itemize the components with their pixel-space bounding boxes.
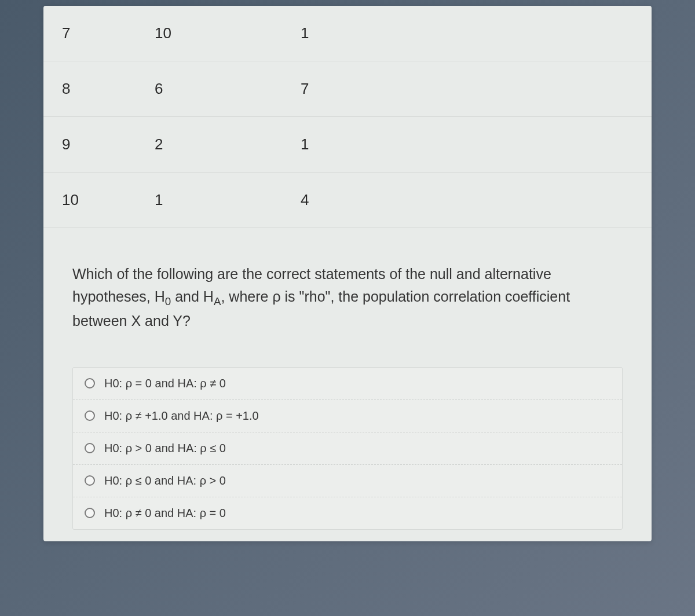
subscript: 0 — [165, 295, 171, 307]
cell: 7 — [43, 6, 141, 61]
question-card: 7 10 1 8 6 7 9 2 1 10 1 4 Which of the f… — [43, 6, 652, 541]
question-part: and H — [171, 288, 214, 305]
radio-icon[interactable] — [85, 378, 95, 388]
cell: 1 — [287, 6, 652, 61]
radio-icon[interactable] — [85, 475, 95, 486]
option-row[interactable]: H0: ρ > 0 and HA: ρ ≤ 0 — [73, 432, 622, 465]
cell: 6 — [141, 61, 287, 117]
table-row: 8 6 7 — [43, 61, 652, 117]
table-row: 10 1 4 — [43, 173, 652, 228]
option-label: H0: ρ > 0 and HA: ρ ≤ 0 — [104, 442, 610, 455]
option-row[interactable]: H0: ρ = 0 and HA: ρ ≠ 0 — [73, 368, 622, 400]
option-label: H0: ρ ≠ +1.0 and HA: ρ = +1.0 — [104, 409, 610, 423]
option-label: H0: ρ ≠ 0 and HA: ρ = 0 — [104, 507, 610, 520]
subscript: A — [214, 295, 221, 307]
table-row: 9 2 1 — [43, 117, 652, 173]
cell: 9 — [43, 117, 141, 173]
cell: 10 — [43, 173, 141, 228]
cell: 1 — [141, 173, 287, 228]
option-label: H0: ρ = 0 and HA: ρ ≠ 0 — [104, 377, 610, 390]
radio-icon[interactable] — [85, 443, 95, 453]
option-row[interactable]: H0: ρ ≠ +1.0 and HA: ρ = +1.0 — [73, 400, 622, 432]
option-row[interactable]: H0: ρ ≤ 0 and HA: ρ > 0 — [73, 465, 622, 497]
cell: 7 — [287, 61, 652, 117]
radio-icon[interactable] — [85, 508, 95, 518]
cell: 2 — [141, 117, 287, 173]
table-row: 7 10 1 — [43, 6, 652, 61]
data-table: 7 10 1 8 6 7 9 2 1 10 1 4 — [43, 6, 652, 228]
cell: 10 — [141, 6, 287, 61]
cell: 8 — [43, 61, 141, 117]
option-label: H0: ρ ≤ 0 and HA: ρ > 0 — [104, 474, 610, 487]
options-group: H0: ρ = 0 and HA: ρ ≠ 0 H0: ρ ≠ +1.0 and… — [72, 367, 623, 530]
option-row[interactable]: H0: ρ ≠ 0 and HA: ρ = 0 — [73, 497, 622, 529]
cell: 1 — [287, 117, 652, 173]
radio-icon[interactable] — [85, 410, 95, 421]
question-text: Which of the following are the correct s… — [43, 228, 652, 355]
cell: 4 — [287, 173, 652, 228]
